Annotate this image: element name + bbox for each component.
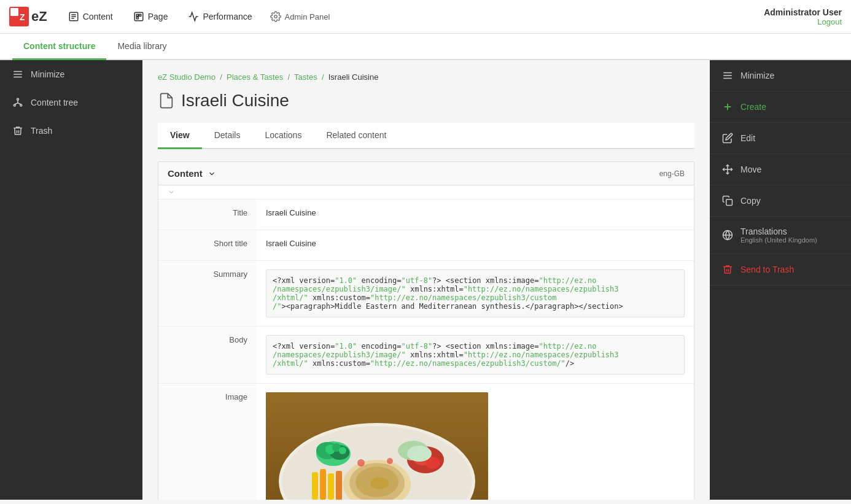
right-translations-label: Translations xyxy=(740,227,817,236)
right-sidebar-create[interactable]: Create xyxy=(710,91,851,123)
svg-point-47 xyxy=(407,446,432,462)
nav-content-structure[interactable]: Content structure xyxy=(12,34,106,60)
main-layout: Minimize Content tree Trash eZ Studio De… xyxy=(0,60,851,500)
content-panel-header: Content eng-GB xyxy=(158,162,694,185)
tab-view[interactable]: View xyxy=(158,123,202,149)
breadcrumb: eZ Studio Demo / Places & Tastes / Taste… xyxy=(158,72,694,82)
body-xml: <?xml version="1.0" encoding="utf-8"?> <… xyxy=(266,335,685,374)
dropdown-icon xyxy=(208,169,216,178)
right-move-label: Move xyxy=(740,165,761,174)
globe-icon xyxy=(722,230,733,241)
field-summary-value: <?xml version="1.0" encoding="utf-8"?> <… xyxy=(257,261,694,326)
tab-locations[interactable]: Locations xyxy=(252,123,314,149)
page-title: Israeli Cuisine xyxy=(181,91,289,110)
svg-line-20 xyxy=(18,103,21,104)
breadcrumb-tastes[interactable]: Tastes xyxy=(294,72,317,82)
content-panel-title: Content xyxy=(168,168,216,179)
page-icon xyxy=(158,92,175,109)
svg-rect-44 xyxy=(328,473,334,500)
right-sidebar-send-to-trash[interactable]: Send to Trash xyxy=(710,254,851,285)
main-content: eZ Studio Demo / Places & Tastes / Taste… xyxy=(142,60,710,500)
right-minimize-label: Minimize xyxy=(740,71,774,80)
right-sidebar-translations[interactable]: Translations English (United Kingdom) xyxy=(710,217,851,254)
page-title-container: Israeli Cuisine xyxy=(158,91,694,110)
field-short-title-row: Short title Israeli Cuisine xyxy=(158,230,694,261)
right-create-label: Create xyxy=(740,102,766,112)
field-image-value xyxy=(257,384,694,500)
svg-text:Z: Z xyxy=(20,12,25,22)
nav-items: Content Page Performance Admin Panel xyxy=(60,6,764,27)
trash-icon xyxy=(722,264,733,275)
right-trash-label: Send to Trash xyxy=(740,265,794,274)
nav-page[interactable]: Page xyxy=(125,6,177,27)
sidebar-item-trash[interactable]: Trash xyxy=(0,117,142,145)
nav-media-library[interactable]: Media library xyxy=(106,34,177,60)
field-image-row: Image xyxy=(158,384,694,500)
right-sidebar-minimize[interactable]: Minimize xyxy=(710,60,851,91)
left-sidebar: Minimize Content tree Trash xyxy=(0,60,142,500)
svg-rect-10 xyxy=(136,17,138,19)
tab-details[interactable]: Details xyxy=(202,123,253,149)
field-title-label: Title xyxy=(158,200,257,230)
summary-xml: <?xml version="1.0" encoding="utf-8"?> <… xyxy=(266,269,685,317)
right-sidebar-edit[interactable]: Edit xyxy=(710,123,851,154)
svg-point-28 xyxy=(370,477,389,489)
chevron-down-icon xyxy=(168,188,175,196)
lang-badge: eng-GB xyxy=(659,169,685,178)
sidebar-item-content-tree[interactable]: Content tree xyxy=(0,88,142,117)
field-summary-label: Summary xyxy=(158,261,257,326)
right-sidebar: Minimize Create Edit Move Copy Translati… xyxy=(710,60,851,500)
svg-line-19 xyxy=(15,103,18,104)
right-edit-label: Edit xyxy=(740,133,755,143)
svg-point-37 xyxy=(339,447,346,454)
nav-content[interactable]: Content xyxy=(60,6,122,27)
field-body-value: <?xml version="1.0" encoding="utf-8"?> <… xyxy=(257,327,694,383)
second-nav: Content structure Media library xyxy=(0,34,851,60)
create-icon xyxy=(722,101,733,112)
right-sidebar-copy[interactable]: Copy xyxy=(710,185,851,217)
content-panel: Content eng-GB Title Israeli Cuisine Sho… xyxy=(158,161,694,500)
svg-point-17 xyxy=(20,104,22,106)
admin-panel[interactable]: Admin Panel xyxy=(270,11,330,22)
nav-performance[interactable]: Performance xyxy=(179,6,260,27)
tab-related-content[interactable]: Related content xyxy=(314,123,398,149)
user-name: Administrator User xyxy=(764,7,842,17)
svg-point-16 xyxy=(14,104,15,106)
svg-point-11 xyxy=(274,15,277,18)
svg-rect-57 xyxy=(726,200,732,206)
field-short-title-label: Short title xyxy=(158,230,257,260)
translations-content: Translations English (United Kingdom) xyxy=(740,227,817,244)
svg-rect-45 xyxy=(336,471,342,500)
field-summary-row: Summary <?xml version="1.0" encoding="ut… xyxy=(158,261,694,327)
logo[interactable]: Z eZ xyxy=(9,7,47,26)
field-title-row: Title Israeli Cuisine xyxy=(158,200,694,230)
breadcrumb-places-tastes[interactable]: Places & Tastes xyxy=(227,72,283,82)
sidebar-item-minimize[interactable]: Minimize xyxy=(0,60,142,88)
logout-link[interactable]: Logout xyxy=(764,17,842,26)
top-nav: Z eZ Content Page Performance Admin Pane… xyxy=(0,0,851,34)
food-image xyxy=(266,392,488,500)
breadcrumb-ez-studio[interactable]: eZ Studio Demo xyxy=(158,72,216,82)
user-info: Administrator User Logout xyxy=(764,7,842,26)
logo-text: eZ xyxy=(31,9,47,25)
field-body-label: Body xyxy=(158,327,257,383)
field-short-title-value: Israeli Cuisine xyxy=(257,230,694,260)
field-title-value: Israeli Cuisine xyxy=(257,200,694,230)
svg-point-49 xyxy=(387,458,393,464)
field-body-row: Body <?xml version="1.0" encoding="utf-8… xyxy=(158,327,694,384)
svg-rect-1 xyxy=(10,8,18,16)
svg-rect-8 xyxy=(136,14,138,16)
svg-rect-9 xyxy=(139,14,141,16)
svg-point-15 xyxy=(17,98,19,100)
content-tabs: View Details Locations Related content xyxy=(158,123,694,149)
food-image-svg xyxy=(266,392,488,500)
right-sidebar-move[interactable]: Move xyxy=(710,154,851,185)
move-icon xyxy=(722,164,733,175)
right-copy-label: Copy xyxy=(740,196,761,206)
copy-icon xyxy=(722,195,733,206)
field-image-label: Image xyxy=(158,384,257,500)
minimize-icon xyxy=(722,70,733,81)
right-translations-sublabel: English (United Kingdom) xyxy=(740,236,817,244)
svg-rect-43 xyxy=(320,469,326,500)
scroll-indicator xyxy=(158,185,694,200)
